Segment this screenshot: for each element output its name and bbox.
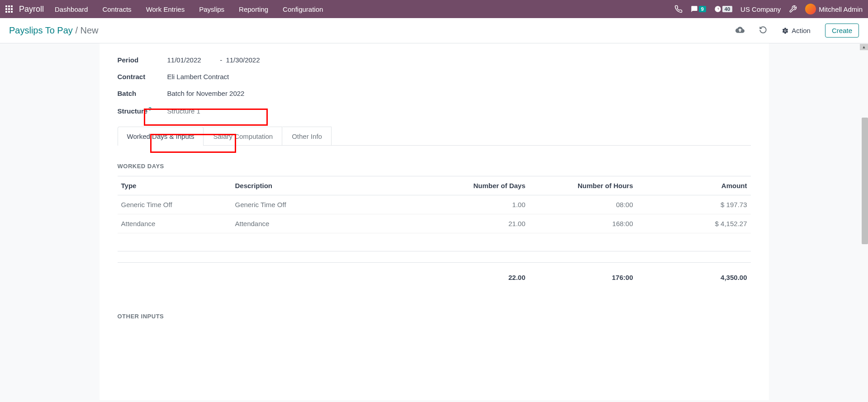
period-from: 11/01/2022 xyxy=(167,56,201,64)
voip-icon[interactable] xyxy=(674,5,683,13)
total-hours: 176:00 xyxy=(529,263,637,287)
user-menu[interactable]: Mitchell Admin xyxy=(805,4,863,14)
activities-badge: 40 xyxy=(722,6,732,12)
table-row[interactable]: Generic Time Off Generic Time Off 1.00 0… xyxy=(118,195,751,214)
cell-amount: $ 197.73 xyxy=(637,195,751,214)
field-period: Period 11/01/2022 - 11/30/2022 xyxy=(118,56,751,64)
cell-type: Generic Time Off xyxy=(118,195,232,214)
messages-badge: 9 xyxy=(699,6,706,12)
nav-payslips[interactable]: Payslips xyxy=(199,5,224,13)
cell-description: Attendance xyxy=(232,214,422,233)
tab-salary-computation[interactable]: Salary Computation xyxy=(204,127,282,146)
nav-work-entries[interactable]: Work Entries xyxy=(146,5,185,13)
discard-icon[interactable] xyxy=(759,26,767,35)
nav-reporting[interactable]: Reporting xyxy=(239,5,268,13)
breadcrumb-sep: / xyxy=(75,25,80,35)
tab-other-info[interactable]: Other Info xyxy=(282,127,332,146)
scrollbar-thumb[interactable] xyxy=(862,118,868,244)
tabs: Worked Days & Inputs Salary Computation … xyxy=(118,127,751,146)
totals-row: 22.00 176:00 4,350.00 xyxy=(118,263,751,287)
cell-type: Attendance xyxy=(118,214,232,233)
period-value[interactable]: 11/01/2022 - 11/30/2022 xyxy=(167,56,260,64)
cell-days: 1.00 xyxy=(422,195,529,214)
structure-value[interactable]: Structure 1 xyxy=(167,107,200,115)
action-label: Action xyxy=(792,27,811,34)
field-structure: Structure? Structure 1 xyxy=(118,106,751,115)
scroll-up-icon[interactable]: ▲ xyxy=(860,44,868,50)
worked-days-title: WORKED DAYS xyxy=(118,163,751,170)
nav-dashboard[interactable]: Dashboard xyxy=(55,5,88,13)
nav-configuration[interactable]: Configuration xyxy=(283,5,323,13)
help-icon[interactable]: ? xyxy=(148,106,152,112)
col-description[interactable]: Description xyxy=(232,176,422,195)
breadcrumb-parent[interactable]: Payslips To Pay xyxy=(9,25,73,35)
total-days: 22.00 xyxy=(422,263,529,287)
svg-point-1 xyxy=(785,30,786,31)
activities-icon[interactable]: 40 xyxy=(714,5,732,13)
company-selector[interactable]: US Company xyxy=(740,5,781,13)
action-dropdown[interactable]: Action xyxy=(782,27,811,34)
table-header-row: Type Description Number of Days Number o… xyxy=(118,176,751,195)
user-name: Mitchell Admin xyxy=(819,5,863,13)
cell-days: 21.00 xyxy=(422,214,529,233)
form-sheet: Period 11/01/2022 - 11/30/2022 Contract … xyxy=(100,43,769,400)
debug-icon[interactable] xyxy=(789,5,797,13)
messages-icon[interactable]: 9 xyxy=(691,5,706,13)
app-name[interactable]: Payroll xyxy=(19,5,44,14)
cloud-icon[interactable] xyxy=(735,25,745,36)
contract-label: Contract xyxy=(118,73,167,80)
col-days[interactable]: Number of Days xyxy=(422,176,529,195)
topbar-right: 9 40 US Company Mitchell Admin xyxy=(674,4,863,14)
cell-description: Generic Time Off xyxy=(232,195,422,214)
control-panel: Payslips To Pay / New Action Create xyxy=(0,18,868,43)
tab-worked-days[interactable]: Worked Days & Inputs xyxy=(118,127,204,146)
structure-label: Structure? xyxy=(118,106,167,115)
create-button[interactable]: Create xyxy=(825,24,859,38)
period-label: Period xyxy=(118,56,167,64)
nav-menu: Dashboard Contracts Work Entries Payslip… xyxy=(55,5,674,13)
col-hours[interactable]: Number of Hours xyxy=(529,176,637,195)
total-amount: 4,350.00 xyxy=(637,263,751,287)
field-batch: Batch Batch for November 2022 xyxy=(118,90,751,97)
contract-value[interactable]: Eli Lambert Contract xyxy=(167,73,229,80)
control-actions: Action Create xyxy=(735,24,859,38)
table-row[interactable]: Attendance Attendance 21.00 168:00 $ 4,1… xyxy=(118,214,751,233)
breadcrumb: Payslips To Pay / New xyxy=(9,25,99,36)
avatar xyxy=(805,4,816,14)
apps-icon[interactable] xyxy=(5,5,13,13)
cell-hours: 08:00 xyxy=(529,195,637,214)
cell-amount: $ 4,152.27 xyxy=(637,214,751,233)
col-amount[interactable]: Amount xyxy=(637,176,751,195)
field-contract: Contract Eli Lambert Contract xyxy=(118,73,751,80)
worked-days-table: Type Description Number of Days Number o… xyxy=(118,176,751,287)
spacer-row xyxy=(118,251,751,263)
empty-row[interactable] xyxy=(118,233,751,251)
period-sep: - xyxy=(220,56,222,64)
other-inputs-title: OTHER INPUTS xyxy=(118,313,751,320)
col-type[interactable]: Type xyxy=(118,176,232,195)
period-to: 11/30/2022 xyxy=(226,56,260,64)
batch-label: Batch xyxy=(118,90,167,97)
nav-contracts[interactable]: Contracts xyxy=(102,5,131,13)
batch-value[interactable]: Batch for November 2022 xyxy=(167,90,245,97)
breadcrumb-current: New xyxy=(81,25,99,35)
top-navbar: Payroll Dashboard Contracts Work Entries… xyxy=(0,0,868,18)
cell-hours: 168:00 xyxy=(529,214,637,233)
